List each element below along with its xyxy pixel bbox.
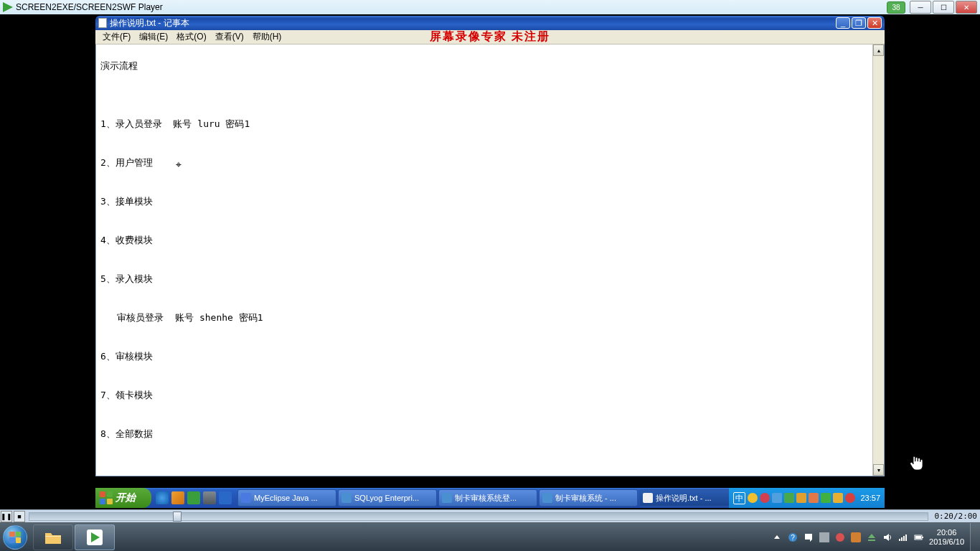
windows-orb-icon <box>3 525 27 550</box>
win7-clock-date: 2019/6/10 <box>929 537 964 547</box>
taskbar-item-label: SQLyog Enterpri... <box>354 494 419 502</box>
ie-icon[interactable] <box>156 491 169 504</box>
tray-expand-icon[interactable] <box>771 532 783 543</box>
win7-clock-time: 20:06 <box>929 528 964 537</box>
show-desktop-icon[interactable] <box>187 491 200 504</box>
xp-taskbar: 开始 MyEclipse Java ... SQLyog Enterpri...… <box>95 488 885 508</box>
notepad-menubar: 文件(F) 编辑(E) 格式(O) 查看(V) 帮助(H) 屏幕录像专家 未注册 <box>95 30 885 44</box>
svg-text:?: ? <box>791 534 795 542</box>
folder-icon[interactable] <box>171 491 184 504</box>
taskbar-item-sqlyog[interactable]: SQLyog Enterpri... <box>338 489 437 507</box>
win7-taskbar: ? 20:06 2019/6/10 <box>0 522 980 551</box>
xp-tray: 中 23:57 <box>729 488 885 508</box>
svg-rect-9 <box>905 534 907 541</box>
network-icon[interactable] <box>897 532 909 543</box>
win7-task-buttons <box>30 524 118 550</box>
tray-help-icon[interactable]: ? <box>787 532 798 543</box>
player-pause-button[interactable]: ❚❚ <box>1 511 12 522</box>
scroll-up-button[interactable]: ▴ <box>873 44 884 56</box>
svg-point-4 <box>836 533 844 542</box>
tray-icon[interactable] <box>809 493 819 503</box>
win7-task-player[interactable] <box>75 524 115 550</box>
tray-app-icon[interactable] <box>850 532 862 543</box>
svg-rect-6 <box>899 539 900 541</box>
menu-format[interactable]: 格式(O) <box>172 30 210 44</box>
player-badge: 38 <box>887 1 905 14</box>
xp-start-label: 开始 <box>116 491 136 504</box>
taskbar-item-myeclipse[interactable]: MyEclipse Java ... <box>237 489 336 507</box>
quicklaunch-icon[interactable] <box>219 491 232 504</box>
quicklaunch-icon[interactable] <box>203 491 216 504</box>
xp-clock[interactable]: 23:57 <box>860 494 880 502</box>
win7-tray: ? 20:06 2019/6/10 <box>768 528 970 547</box>
svg-rect-8 <box>903 536 905 541</box>
player-time-display: 0:20/2:00 <box>931 512 980 521</box>
win7-clock[interactable]: 20:06 2019/6/10 <box>929 528 964 547</box>
tray-icon[interactable] <box>760 493 770 503</box>
player-seekbar[interactable] <box>29 512 928 521</box>
action-center-icon[interactable] <box>803 532 814 543</box>
taskbar-item-card2[interactable]: 制卡审核系统 - ... <box>539 489 638 507</box>
scroll-down-button[interactable]: ▾ <box>873 464 884 476</box>
notepad-text-content[interactable]: 演示流程 1、录入员登录 账号 luru 密码1 2、用户管理 3、接单模块 4… <box>100 56 870 476</box>
taskbar-item-notepad[interactable]: 操作说明.txt - ... <box>639 489 729 507</box>
tray-icon[interactable] <box>796 493 806 503</box>
scroll-track[interactable] <box>873 56 884 464</box>
player-close-button[interactable]: ✕ <box>956 1 977 14</box>
svg-rect-5 <box>851 532 861 542</box>
svg-rect-7 <box>901 537 903 541</box>
tray-record-icon[interactable] <box>845 493 855 503</box>
svg-rect-11 <box>922 537 923 538</box>
win7-show-desktop-button[interactable] <box>970 523 980 552</box>
menu-view[interactable]: 查看(V) <box>211 30 248 44</box>
notepad-icon <box>98 18 107 28</box>
notepad-maximize-button[interactable]: ❐ <box>852 17 866 29</box>
player-stop-button[interactable]: ■ <box>14 511 25 522</box>
tray-icon[interactable] <box>748 493 758 503</box>
player-title: SCREEN2EXE/SCREEN2SWF Player <box>16 2 887 12</box>
tray-app-icon[interactable] <box>819 532 830 543</box>
tray-icon[interactable] <box>833 493 843 503</box>
player-maximize-button[interactable]: ☐ <box>933 1 954 14</box>
notepad-titlebar[interactable]: 操作说明.txt - 记事本 _ ❐ ✕ <box>95 16 885 30</box>
volume-icon[interactable] <box>882 532 893 543</box>
xp-start-button[interactable]: 开始 <box>95 488 151 508</box>
notepad-scrollbar[interactable]: ▴ ▾ <box>872 44 884 476</box>
battery-icon[interactable] <box>913 532 925 543</box>
play-icon <box>87 529 103 545</box>
notepad-minimize-button[interactable]: _ <box>836 17 850 29</box>
folder-icon <box>44 529 62 545</box>
menu-file[interactable]: 文件(F) <box>98 30 135 44</box>
text-cursor-icon: ⌖ <box>176 159 182 171</box>
notepad-body[interactable]: 演示流程 1、录入员登录 账号 luru 密码1 2、用户管理 3、接单模块 4… <box>95 44 885 476</box>
player-controls: ❚❚ ■ 0:20/2:00 <box>0 509 980 522</box>
notepad-title: 操作说明.txt - 记事本 <box>110 17 834 29</box>
svg-rect-12 <box>915 536 921 539</box>
menu-help[interactable]: 帮助(H) <box>248 30 286 44</box>
taskbar-item-card1[interactable]: 制卡审核系统登... <box>438 489 537 507</box>
tray-icon[interactable] <box>784 493 794 503</box>
recorder-watermark: 屏幕录像专家 未注册 <box>430 29 550 44</box>
menu-edit[interactable]: 编辑(E) <box>135 30 172 44</box>
windows-logo-icon <box>100 491 113 504</box>
ime-indicator[interactable]: 中 <box>733 492 745 504</box>
xp-task-buttons: MyEclipse Java ... SQLyog Enterpri... 制卡… <box>236 489 729 507</box>
taskbar-item-label: 制卡审核系统登... <box>455 493 517 504</box>
tray-eject-icon[interactable] <box>866 532 877 543</box>
xp-quicklaunch <box>151 491 236 504</box>
tray-icon[interactable] <box>772 493 782 503</box>
taskbar-item-label: 制卡审核系统 - ... <box>555 493 616 504</box>
player-minimize-button[interactable]: ─ <box>910 1 931 14</box>
svg-rect-3 <box>819 532 829 542</box>
tray-app-icon[interactable] <box>834 532 846 543</box>
win7-start-button[interactable] <box>0 523 30 552</box>
player-seek-thumb[interactable] <box>173 512 182 522</box>
player-app-icon <box>3 2 13 12</box>
hand-cursor-icon <box>910 455 923 471</box>
win7-task-explorer[interactable] <box>33 524 73 550</box>
tray-signal-icon[interactable] <box>821 493 831 503</box>
notepad-window: 操作说明.txt - 记事本 _ ❐ ✕ 文件(F) 编辑(E) 格式(O) 查… <box>95 16 885 476</box>
notepad-close-button[interactable]: ✕ <box>867 17 882 29</box>
taskbar-item-label: 操作说明.txt - ... <box>656 493 712 504</box>
player-titlebar: SCREEN2EXE/SCREEN2SWF Player 38 ─ ☐ ✕ <box>0 0 980 14</box>
